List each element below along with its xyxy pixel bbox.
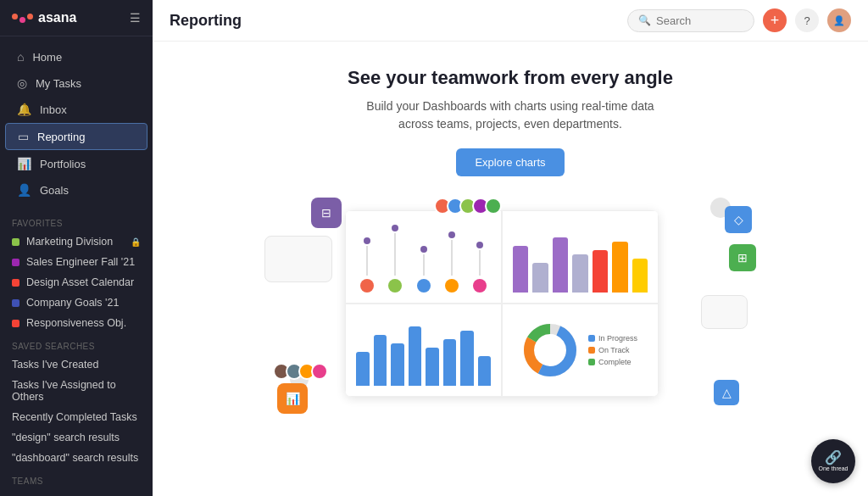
lollipop-avatar-5 bbox=[473, 279, 487, 293]
bar-chart-panel bbox=[502, 210, 659, 304]
blue-bar-1 bbox=[356, 352, 370, 386]
inbox-icon: 🔔 bbox=[17, 103, 31, 116]
fav-dot-sales bbox=[12, 259, 19, 266]
saved-design-search-label: "design" search results bbox=[12, 432, 120, 443]
sidebar-item-goals[interactable]: 👤 Goals bbox=[5, 177, 147, 203]
lollipop-avatar-2 bbox=[388, 279, 402, 293]
purple-box-icon: ⊟ bbox=[321, 206, 331, 220]
lollipop-avatar-4 bbox=[445, 279, 459, 293]
fav-dot-design bbox=[12, 279, 19, 287]
bar-red bbox=[593, 250, 608, 293]
fav-item-design[interactable]: Design Asset Calendar bbox=[0, 272, 153, 293]
sidebar-item-my-tasks[interactable]: ◎ My Tasks bbox=[5, 70, 147, 96]
fav-label-sales: Sales Engineer Fall '21 bbox=[26, 256, 135, 268]
bar-chart bbox=[513, 233, 648, 293]
avatar[interactable]: 👤 bbox=[827, 8, 851, 32]
portfolios-icon: 📊 bbox=[17, 157, 31, 170]
logo-dot-red2 bbox=[27, 14, 33, 20]
legend-dot-blue bbox=[588, 335, 595, 342]
sidebar-header: asana ☰ bbox=[0, 0, 153, 36]
avatars-group-left bbox=[273, 363, 328, 380]
fav-item-responsiveness[interactable]: Responsiveness Obj. bbox=[0, 313, 153, 333]
blue-bar-6 bbox=[443, 339, 457, 386]
saved-design-search[interactable]: "design" search results bbox=[0, 427, 153, 448]
sidebar-item-home-label: Home bbox=[32, 51, 62, 64]
goals-icon: 👤 bbox=[17, 183, 31, 197]
dashboard-illustration: In Progress On Track Complete bbox=[264, 193, 756, 431]
fav-item-company-goals[interactable]: Company Goals '21 bbox=[0, 293, 153, 313]
legend-green: Complete bbox=[588, 358, 637, 366]
explore-charts-button[interactable]: Explore charts bbox=[456, 148, 564, 176]
float-blue-diamond: ◇ bbox=[725, 206, 752, 233]
favorites-list: Marketing Division 🔒 Sales Engineer Fall… bbox=[0, 231, 153, 333]
blue-bar-panel bbox=[345, 304, 502, 397]
saved-recently-completed[interactable]: Recently Completed Tasks bbox=[0, 407, 153, 427]
add-button[interactable]: + bbox=[763, 8, 787, 32]
bar-purple-1 bbox=[513, 246, 528, 293]
lollipop-1 bbox=[356, 237, 377, 293]
logo-dot-pink bbox=[19, 17, 25, 23]
lollipop-avatar-1 bbox=[360, 279, 374, 293]
legend-orange: On Track bbox=[588, 346, 637, 354]
avatars-group-top bbox=[434, 198, 502, 215]
saved-tasks-assigned[interactable]: Tasks I've Assigned to Others bbox=[0, 375, 153, 407]
saved-tasks-created[interactable]: Tasks I've Created bbox=[0, 354, 153, 375]
lollipop-line-5 bbox=[479, 250, 481, 276]
blue-bar-3 bbox=[391, 343, 404, 386]
lollipop-3 bbox=[413, 246, 434, 293]
float-purple-box: ⊟ bbox=[311, 198, 342, 228]
bar-purple-2 bbox=[553, 237, 568, 293]
lollipop-2 bbox=[384, 225, 405, 293]
legend-label-orange: On Track bbox=[598, 346, 630, 354]
grid-icon: ⊞ bbox=[737, 251, 748, 265]
donut-chart-svg bbox=[523, 323, 578, 378]
saved-tasks-assigned-label: Tasks I've Assigned to Others bbox=[12, 379, 116, 403]
bar-gray-1 bbox=[532, 263, 548, 293]
teams-label: Teams bbox=[0, 468, 153, 489]
saved-dashboard-search[interactable]: "dashboard" search results bbox=[0, 448, 153, 468]
topbar-right: 🔍 + ? 👤 bbox=[627, 8, 851, 32]
onethread-label: One thread bbox=[818, 465, 848, 472]
saved-dashboard-search-label: "dashboard" search results bbox=[12, 452, 138, 464]
hamburger-icon[interactable]: ☰ bbox=[130, 11, 141, 25]
lock-icon: 🔒 bbox=[131, 237, 141, 247]
sidebar-item-portfolios[interactable]: 📊 Portfolios bbox=[5, 151, 147, 176]
hero-subtitle: Build your Dashboards with charts using … bbox=[349, 98, 671, 133]
fav-dot-responsiveness bbox=[12, 320, 19, 327]
logo-text: asana bbox=[38, 10, 76, 25]
sidebar-item-home[interactable]: ⌂ Home bbox=[5, 44, 147, 70]
hero-title: See your teamwork from every angle bbox=[348, 67, 673, 89]
ghost-card-right bbox=[701, 295, 748, 329]
saved-recently-completed-label: Recently Completed Tasks bbox=[12, 411, 137, 423]
mini-avatar-9 bbox=[311, 363, 328, 380]
sidebar-item-portfolios-label: Portfolios bbox=[40, 158, 86, 170]
mini-avatar-5 bbox=[485, 198, 502, 215]
diamond-icon: ◇ bbox=[734, 213, 743, 226]
search-input[interactable] bbox=[656, 14, 743, 27]
float-green-grid: ⊞ bbox=[729, 244, 756, 271]
onethread-icon: 🔗 bbox=[825, 449, 842, 465]
asana-logo: asana bbox=[12, 10, 76, 25]
sidebar-item-inbox-label: Inbox bbox=[40, 103, 67, 116]
main-content: Reporting 🔍 + ? 👤 See your teamwork from… bbox=[153, 0, 868, 496]
help-button[interactable]: ? bbox=[795, 8, 819, 32]
lollipop-5 bbox=[470, 242, 491, 293]
lollipop-avatar-3 bbox=[417, 279, 431, 293]
fav-dot-company-goals bbox=[12, 299, 19, 307]
onethread-badge[interactable]: 🔗 One thread bbox=[811, 439, 855, 483]
fav-item-marketing[interactable]: Marketing Division 🔒 bbox=[0, 231, 153, 252]
fav-dot-marketing bbox=[12, 238, 19, 246]
sidebar-item-reporting[interactable]: ▭ Reporting bbox=[5, 123, 147, 150]
lollipop-dot-4 bbox=[448, 231, 455, 238]
lollipop-line-3 bbox=[423, 254, 425, 276]
search-box[interactable]: 🔍 bbox=[627, 9, 754, 32]
fav-item-sales[interactable]: Sales Engineer Fall '21 bbox=[0, 252, 153, 272]
browse-teams[interactable]: Browse more teams bbox=[0, 489, 153, 496]
blue-bar-8 bbox=[478, 356, 492, 386]
donut-panel: In Progress On Track Complete bbox=[502, 304, 659, 397]
legend-dot-orange bbox=[588, 347, 595, 354]
lollipop-line-1 bbox=[366, 246, 368, 276]
saved-searches-list: Tasks I've Created Tasks I've Assigned t… bbox=[0, 354, 153, 468]
lollipop-panel bbox=[345, 210, 502, 304]
sidebar-item-inbox[interactable]: 🔔 Inbox bbox=[5, 97, 147, 122]
